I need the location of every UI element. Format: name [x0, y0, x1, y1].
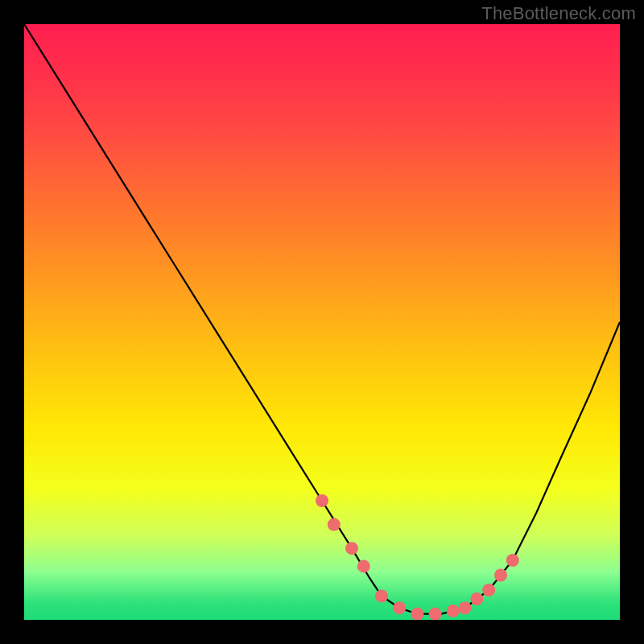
- highlight-dot: [494, 569, 507, 582]
- highlight-dot: [357, 559, 370, 572]
- highlight-dot: [506, 554, 519, 567]
- highlight-dot: [411, 608, 423, 620]
- highlight-dot: [429, 608, 442, 620]
- watermark-text: TheBottleneck.com: [481, 3, 636, 24]
- highlight-dot: [482, 584, 495, 597]
- highlight-dot: [447, 605, 460, 617]
- bottleneck-curve-line: [24, 24, 620, 614]
- highlight-dot: [459, 601, 472, 614]
- highlight-dot: [316, 494, 328, 507]
- highlight-dot: [328, 518, 341, 531]
- highlight-dot: [345, 542, 358, 555]
- highlight-dot: [393, 601, 406, 614]
- chart-container: TheBottleneck.com: [0, 0, 644, 644]
- plot-area: [24, 24, 620, 620]
- highlight-dot: [375, 589, 388, 602]
- highlight-dots-group: [316, 494, 519, 620]
- chart-svg: [24, 24, 620, 620]
- highlight-dot: [470, 592, 483, 605]
